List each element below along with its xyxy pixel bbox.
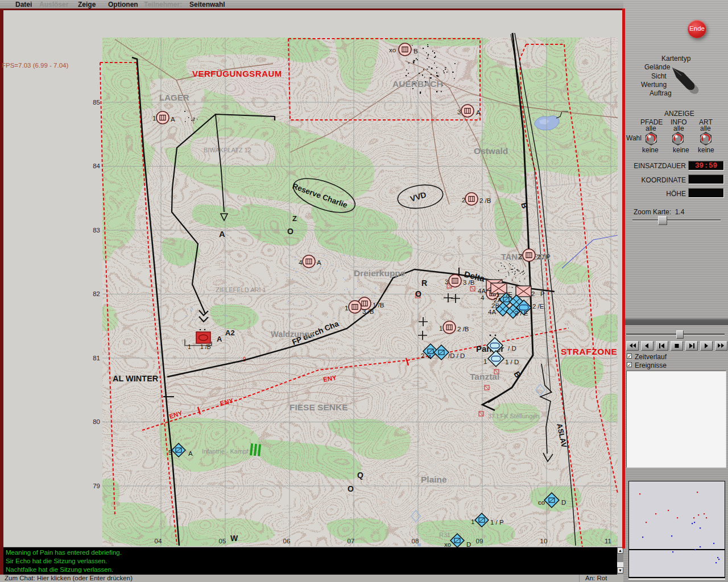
svg-text:P: P xyxy=(540,290,545,297)
svg-text:80: 80 xyxy=(93,418,100,425)
svg-text:2 / P: 2 / P xyxy=(537,253,551,260)
svg-text:A: A xyxy=(219,229,225,239)
svg-text:A: A xyxy=(188,450,193,457)
svg-text:4: 4 xyxy=(481,294,485,301)
svg-text:1: 1 xyxy=(152,115,156,122)
svg-text:W: W xyxy=(230,534,238,543)
svg-text:07: 07 xyxy=(348,538,355,544)
svg-text:xo: xo xyxy=(389,47,396,53)
svg-text:Tanztal: Tanztal xyxy=(470,372,499,381)
svg-text:1: 1 xyxy=(483,358,487,365)
svg-text:ZIELEFELD ARI 1: ZIELEFELD ARI 1 xyxy=(216,286,266,293)
svg-text:1 /B: 1 /B xyxy=(373,302,384,309)
svg-text:Q: Q xyxy=(357,471,363,480)
svg-text:3 /B: 3 /B xyxy=(463,279,475,286)
svg-text:05: 05 xyxy=(219,538,226,544)
svg-text:1 / D: 1 / D xyxy=(505,359,519,365)
svg-text:04: 04 xyxy=(155,538,162,544)
svg-text:R: R xyxy=(421,278,427,288)
svg-text:O: O xyxy=(415,289,421,298)
svg-text:B: B xyxy=(413,48,418,55)
svg-text:/ D: / D xyxy=(508,345,516,352)
svg-text:1: 1 xyxy=(471,518,474,525)
svg-text:06: 06 xyxy=(283,538,291,544)
svg-text:82: 82 xyxy=(93,290,100,297)
svg-text:VERFÜGUNGSRAUM: VERFÜGUNGSRAUM xyxy=(192,69,282,78)
svg-text:84: 84 xyxy=(93,163,100,169)
svg-text:4A: 4A xyxy=(488,309,496,315)
svg-text:4A: 4A xyxy=(478,288,486,294)
svg-text:4: 4 xyxy=(428,354,432,360)
svg-text:1 / P: 1 / P xyxy=(490,519,504,526)
svg-text:11: 11 xyxy=(605,538,611,544)
svg-text:85: 85 xyxy=(93,99,100,106)
svg-text:83: 83 xyxy=(93,227,100,234)
svg-text:1: 1 xyxy=(496,291,499,298)
svg-text:BIWAKPLATZ 12: BIWAKPLATZ 12 xyxy=(204,147,251,153)
svg-text:2: 2 xyxy=(531,290,535,297)
svg-text:A: A xyxy=(317,259,321,266)
svg-text:Plaine: Plaine xyxy=(421,475,447,484)
svg-text:Infantrie - Kampf: Infantrie - Kampf xyxy=(202,448,249,455)
svg-text:A: A xyxy=(476,109,481,116)
svg-text:5: 5 xyxy=(168,449,172,456)
svg-text:2: 2 xyxy=(519,253,522,260)
svg-text:STRAFZONE: STRAFZONE xyxy=(561,347,617,356)
svg-text:09: 09 xyxy=(476,538,483,544)
svg-text:3: 3 xyxy=(445,278,448,285)
svg-text:Ostwald: Ostwald xyxy=(474,146,508,156)
svg-text:AL WINTER: AL WINTER xyxy=(113,374,159,383)
svg-text:1: 1 xyxy=(188,343,191,350)
svg-text:2: 2 xyxy=(462,197,465,203)
svg-text:3: 3 xyxy=(457,109,461,115)
svg-text:Dreierkuppe: Dreierkuppe xyxy=(354,268,406,278)
svg-text:2 /E: 2 /E xyxy=(532,303,544,310)
svg-text:Z: Z xyxy=(292,214,297,223)
svg-text:O: O xyxy=(348,484,354,493)
svg-text:1: 1 xyxy=(345,305,348,311)
svg-text:R31: R31 xyxy=(439,531,450,538)
svg-text:AUERBACH: AUERBACH xyxy=(392,79,443,89)
svg-text:A2: A2 xyxy=(225,329,235,337)
svg-text:/D / D: /D / D xyxy=(448,352,465,359)
svg-text:08: 08 xyxy=(412,538,419,544)
svg-text:A: A xyxy=(171,116,175,123)
svg-text:A: A xyxy=(217,335,222,343)
svg-text:4: 4 xyxy=(299,259,303,266)
svg-text:2: 2 xyxy=(421,352,424,359)
svg-text:2 / E: 2 / E xyxy=(515,310,528,317)
svg-text:2 /B: 2 /B xyxy=(457,326,469,332)
svg-text:co: co xyxy=(538,499,545,506)
svg-text:3 /B: 3 /B xyxy=(362,308,374,315)
svg-text:1: 1 xyxy=(439,325,442,332)
svg-text:1 /B: 1 /B xyxy=(200,343,211,350)
svg-text:/E: /E xyxy=(506,291,512,298)
svg-text:FIESE SENKE: FIESE SENKE xyxy=(289,402,348,412)
svg-text:81: 81 xyxy=(93,355,100,361)
svg-text:10: 10 xyxy=(540,538,548,544)
svg-text:Waldzunge: Waldzunge xyxy=(271,330,314,339)
svg-text:79: 79 xyxy=(93,483,100,489)
svg-text:O: O xyxy=(287,227,293,236)
svg-text:D: D xyxy=(561,499,566,506)
svg-text:2 /B: 2 /B xyxy=(479,197,491,204)
svg-text:37 LFK Stellungen: 37 LFK Stellungen xyxy=(488,413,540,419)
svg-text:LAGER: LAGER xyxy=(159,93,189,102)
